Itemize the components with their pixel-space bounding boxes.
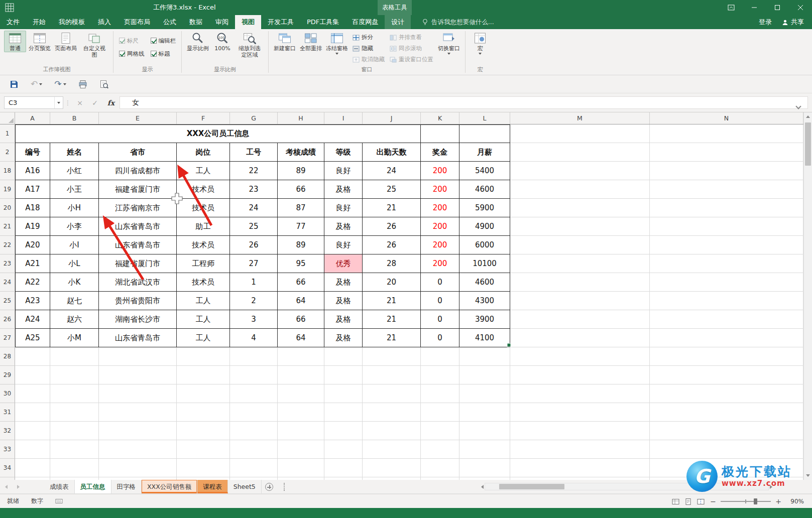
cell-A1-title[interactable]: XXX公司员工信息 bbox=[15, 124, 421, 143]
cell-J20[interactable]: 21 bbox=[363, 199, 421, 217]
cell-K21[interactable]: 200 bbox=[421, 217, 459, 236]
cell-N19[interactable] bbox=[650, 180, 803, 199]
cell-B33[interactable] bbox=[50, 440, 99, 459]
cell-A27[interactable]: A25 bbox=[15, 329, 50, 347]
cell-E19[interactable]: 福建省厦门市 bbox=[99, 180, 177, 199]
cell-K22[interactable]: 200 bbox=[421, 236, 459, 254]
ribbon-tab-百度网盘[interactable]: 百度网盘 bbox=[345, 15, 385, 29]
cell-M25[interactable] bbox=[510, 292, 650, 310]
row-header-32[interactable]: 32 bbox=[0, 422, 15, 440]
sheet-tab-课程表[interactable]: 课程表 bbox=[197, 480, 228, 493]
cell-A24[interactable]: A22 bbox=[15, 273, 50, 292]
cell-A28[interactable] bbox=[15, 347, 50, 366]
cell-F22[interactable]: 技术员 bbox=[177, 236, 230, 254]
cell-I31[interactable] bbox=[324, 403, 363, 422]
cell-B23[interactable]: 小L bbox=[50, 254, 99, 273]
row-header-2[interactable]: 2 bbox=[0, 143, 15, 162]
cell-A18[interactable]: A16 bbox=[15, 162, 50, 180]
ribbon-tab-公式[interactable]: 公式 bbox=[157, 15, 183, 29]
cell-E27[interactable]: 山东省青岛市 bbox=[99, 329, 177, 347]
cell-G31[interactable] bbox=[230, 403, 278, 422]
cell-I21[interactable]: 及格 bbox=[324, 217, 363, 236]
cell-E34[interactable] bbox=[99, 459, 177, 477]
name-box-dropdown-icon[interactable] bbox=[54, 97, 63, 108]
cell-B25[interactable]: 赵七 bbox=[50, 292, 99, 310]
cell-E30[interactable] bbox=[99, 384, 177, 403]
scroll-left-icon[interactable] bbox=[481, 483, 484, 490]
sheet-tab-Sheet5[interactable]: Sheet5 bbox=[228, 480, 262, 493]
cell-H33[interactable] bbox=[278, 440, 324, 459]
ribbon-tab-开发工具[interactable]: 开发工具 bbox=[261, 15, 300, 29]
cell-H24[interactable]: 66 bbox=[278, 273, 324, 292]
cell-M31[interactable] bbox=[510, 403, 650, 422]
cell-K1[interactable] bbox=[421, 124, 459, 143]
cell-N25[interactable] bbox=[650, 292, 803, 310]
cell-A29[interactable] bbox=[15, 366, 50, 384]
print-button[interactable] bbox=[77, 78, 89, 91]
zoom-to-selection-button[interactable]: 缩放到选定区域 bbox=[235, 31, 265, 59]
cell-L22[interactable]: 6000 bbox=[459, 236, 510, 254]
cell-K26[interactable]: 0 bbox=[421, 310, 459, 329]
cell-I18[interactable]: 良好 bbox=[324, 162, 363, 180]
ribbon-tab-PDF工具集[interactable]: PDF工具集 bbox=[300, 15, 345, 29]
horizontal-scrollbar[interactable] bbox=[481, 483, 772, 490]
cell-L24[interactable]: 4600 bbox=[459, 273, 510, 292]
page-layout-shortcut-icon[interactable] bbox=[684, 498, 692, 505]
cell-G20[interactable]: 24 bbox=[230, 199, 278, 217]
cell-L32[interactable] bbox=[459, 422, 510, 440]
tell-me-box[interactable]: 告诉我您想要做什么... bbox=[422, 15, 494, 29]
undo-button[interactable]: ↶ bbox=[29, 78, 44, 91]
cell-A25[interactable]: A23 bbox=[15, 292, 50, 310]
cell-L23[interactable]: 10100 bbox=[459, 254, 510, 273]
close-button[interactable] bbox=[789, 0, 812, 15]
cell-J22[interactable]: 26 bbox=[363, 236, 421, 254]
cell-L26[interactable]: 3900 bbox=[459, 310, 510, 329]
macros-button[interactable]: 宏 bbox=[469, 31, 491, 55]
column-header-J[interactable]: J bbox=[363, 112, 421, 124]
cell-H18[interactable]: 89 bbox=[278, 162, 324, 180]
cell-H28[interactable] bbox=[278, 347, 324, 366]
cell-H26[interactable]: 66 bbox=[278, 310, 324, 329]
cell-L21[interactable]: 4900 bbox=[459, 217, 510, 236]
cell-L34[interactable] bbox=[459, 459, 510, 477]
name-box[interactable]: C3 bbox=[4, 96, 63, 109]
cell-G29[interactable] bbox=[230, 366, 278, 384]
column-header-G[interactable]: G bbox=[230, 112, 278, 124]
cell-K27[interactable]: 0 bbox=[421, 329, 459, 347]
cell-B28[interactable] bbox=[50, 347, 99, 366]
column-header-I[interactable]: I bbox=[324, 112, 363, 124]
cell-I2[interactable]: 等级 bbox=[324, 143, 363, 162]
cell-J21[interactable]: 26 bbox=[363, 217, 421, 236]
sheet-tab-员工信息[interactable]: 员工信息 bbox=[75, 480, 111, 493]
insert-function-icon[interactable]: fx bbox=[102, 99, 120, 107]
cell-M21[interactable] bbox=[510, 217, 650, 236]
cell-B19[interactable]: 小王 bbox=[50, 180, 99, 199]
cell-A21[interactable]: A19 bbox=[15, 217, 50, 236]
cell-N23[interactable] bbox=[650, 254, 803, 273]
zoom-out-button[interactable]: − bbox=[710, 497, 717, 505]
cell-K2[interactable]: 奖金 bbox=[421, 143, 459, 162]
sheet-nav-left-icon[interactable] bbox=[0, 480, 12, 493]
cell-J25[interactable]: 21 bbox=[363, 292, 421, 310]
cell-B26[interactable]: 赵六 bbox=[50, 310, 99, 329]
cell-J33[interactable] bbox=[363, 440, 421, 459]
formula-input[interactable]: 女 bbox=[120, 96, 808, 109]
cell-I30[interactable] bbox=[324, 384, 363, 403]
cell-N21[interactable] bbox=[650, 217, 803, 236]
sheet-tab-成绩表[interactable]: 成绩表 bbox=[44, 480, 75, 493]
formula-bar-expand-icon[interactable] bbox=[795, 103, 801, 109]
cell-N1[interactable] bbox=[650, 124, 803, 143]
cell-N22[interactable] bbox=[650, 236, 803, 254]
cell-I33[interactable] bbox=[324, 440, 363, 459]
confirm-entry-icon[interactable]: ✓ bbox=[87, 99, 102, 107]
cell-N27[interactable] bbox=[650, 329, 803, 347]
cell-F26[interactable]: 工人 bbox=[177, 310, 230, 329]
cell-J30[interactable] bbox=[363, 384, 421, 403]
row-header-22[interactable]: 22 bbox=[0, 236, 15, 254]
cell-G21[interactable]: 25 bbox=[230, 217, 278, 236]
cell-G22[interactable]: 26 bbox=[230, 236, 278, 254]
cell-G27[interactable]: 4 bbox=[230, 329, 278, 347]
cell-A34[interactable] bbox=[15, 459, 50, 477]
ribbon-display-options-button[interactable] bbox=[720, 0, 743, 15]
cell-G32[interactable] bbox=[230, 422, 278, 440]
